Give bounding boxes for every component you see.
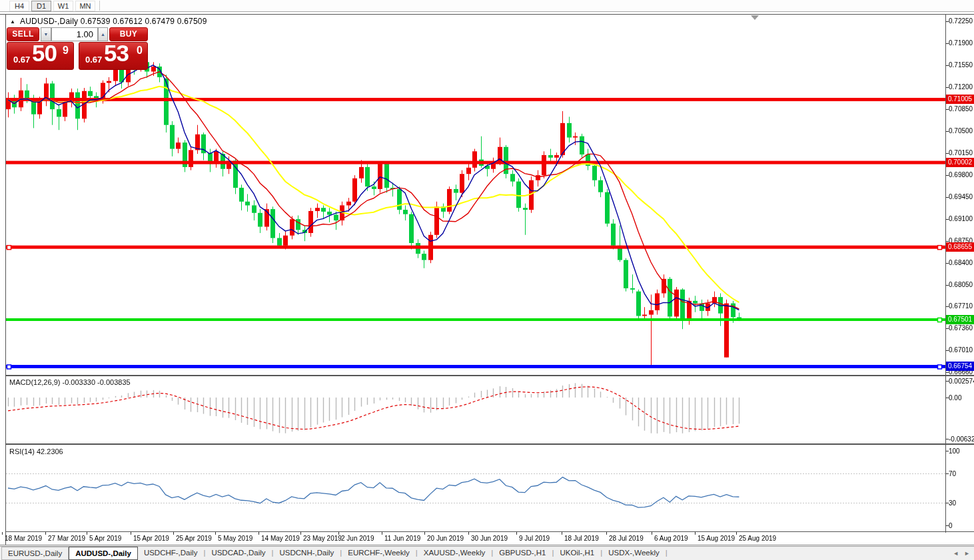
date-axis-label: 23 May 2019 (303, 535, 342, 542)
price-axis-label: 0.67710 (949, 302, 973, 310)
date-axis-label: 5 Apr 2019 (89, 535, 121, 542)
date-axis-label: 15 Aug 2019 (698, 535, 735, 542)
tab-scroll-left-icon[interactable]: ◄ (953, 550, 959, 557)
tab-scroll-right-icon[interactable]: ► (964, 550, 970, 557)
chart-tab-ukoil[interactable]: UKOil-,H1 (554, 547, 601, 560)
price-axis-label: 0.68050 (949, 281, 973, 288)
chart-tab-gbpusd[interactable]: GBPUSD-,H1 (493, 547, 552, 560)
date-axis-label: 25 Apr 2019 (176, 535, 212, 542)
spinner-down-icon: ▼ (44, 32, 49, 37)
price-axis-label: 0.69100 (949, 215, 973, 222)
one-click-collapse-icon[interactable]: ▲ (10, 19, 15, 25)
chart-tab-xauusd[interactable]: XAUUSD-,Weekly (418, 547, 491, 560)
timeframe-toolbar: H4D1W1MN (0, 0, 974, 12)
one-click-trading-widget: SELL ▼ ▲ BUY 0.67 50 9 0.67 53 0 (7, 27, 148, 70)
macd-axis-label: -0.006326 (949, 435, 974, 443)
price-axis-label: 0.71900 (949, 39, 973, 47)
buy-price-box[interactable]: 0.67 53 0 (79, 42, 148, 70)
chart-tab-eurusd[interactable]: EURUSD-,Daily (1, 547, 69, 560)
chart-canvas[interactable] (0, 0, 974, 560)
price-axis-label: 0.70150 (949, 149, 973, 156)
price-line-badge: 0.67501 (946, 315, 974, 324)
date-axis-label: 6 Aug 2019 (654, 535, 688, 542)
date-axis-label: 15 Apr 2019 (133, 535, 169, 542)
price-axis-label: 0.67010 (949, 346, 973, 354)
rsi-axis-label: 0 (949, 522, 953, 529)
macd-axis-label: 0.00 (949, 394, 961, 402)
macd-panel-separator[interactable] (5, 375, 974, 376)
rsi-label: RSI(14) 42.2306 (9, 447, 63, 455)
price-line-badge: 0.66754 (946, 362, 974, 371)
rsi-panel-separator[interactable] (5, 443, 974, 445)
price-line-badge: 0.68655 (946, 242, 974, 252)
price-line-badge: 0.71005 (946, 95, 974, 104)
chart-left-border (5, 14, 6, 545)
price-line-badge: 0.70002 (946, 158, 974, 167)
date-axis-label: 2 Jun 2019 (341, 535, 374, 542)
chart-tab-audusd[interactable]: AUDUSD-,Daily (69, 547, 138, 560)
date-axis-label: 14 May 2019 (261, 535, 300, 542)
chart-top-border (0, 14, 974, 15)
chart-tab-bar: EURUSD-,DailyAUDUSD-,DailyUSDCHF-,Daily|… (0, 546, 974, 560)
spinner-up-icon: ▲ (101, 32, 105, 37)
volume-decrease-button[interactable]: ▼ (41, 27, 51, 41)
rsi-axis-label: 100 (949, 447, 960, 455)
macd-main-value: -0.003330 (62, 378, 95, 386)
chart-symbol-period: AUDUSD-,Daily (20, 17, 78, 26)
window-bottom-border (0, 545, 974, 545)
toolbar-separator (99, 1, 100, 11)
timeframe-button-h4[interactable]: H4 (9, 1, 29, 11)
chart-title: ▲ AUDUSD-,Daily 0.67539 0.67612 0.67479 … (10, 17, 207, 26)
volume-input[interactable] (51, 27, 98, 41)
buy-price-prefix: 0.67 (85, 55, 102, 65)
price-axis-separator (945, 14, 946, 533)
date-axis-label: 18 Jul 2019 (564, 535, 599, 542)
price-axis-label: 0.72250 (949, 17, 973, 25)
chart-tab-eurchf[interactable]: EURCHF-,Weekly (342, 547, 415, 560)
chart-tab-usdcnh[interactable]: USDCNH-,Daily (274, 547, 340, 560)
buy-price-big: 53 (104, 40, 129, 67)
tab-separator: | (666, 547, 668, 560)
chart-shift-icon[interactable] (751, 15, 759, 20)
price-axis-label: 0.71200 (949, 83, 973, 91)
date-axis-label: 5 May 2019 (218, 535, 252, 542)
price-axis-label: 0.67360 (949, 324, 973, 332)
rsi-value: 42.2306 (37, 447, 63, 455)
timeframe-button-d1[interactable]: D1 (31, 1, 51, 11)
price-axis-label: 0.69450 (949, 193, 973, 200)
date-axis-label: 18 Mar 2019 (5, 535, 42, 542)
chart-tab-usdx[interactable]: USDX-,Weekly (602, 547, 665, 560)
sell-price-box[interactable]: 0.67 50 9 (7, 42, 74, 70)
sell-button[interactable]: SELL (7, 27, 39, 41)
buy-button[interactable]: BUY (109, 27, 148, 41)
price-axis-label: 0.70850 (949, 105, 973, 113)
tab-scroll-arrows: ◄► (947, 547, 970, 560)
macd-signal-value: -0.003835 (97, 378, 131, 386)
date-axis-label: 30 Jun 2019 (471, 535, 508, 542)
date-axis-label: 9 Jul 2019 (519, 535, 550, 542)
sell-price-prefix: 0.67 (13, 55, 30, 65)
sell-price-pip: 9 (63, 45, 69, 57)
macd-axis-label: 0.002574 (949, 378, 974, 385)
timeframe-button-mn[interactable]: MN (75, 1, 95, 11)
chart-tab-usdchf[interactable]: USDCHF-,Daily (138, 547, 204, 560)
buy-price-pip: 0 (137, 45, 143, 57)
chart-ohlc-values: 0.67539 0.67612 0.67479 0.67509 (81, 17, 207, 26)
macd-name: MACD(12,26,9) (9, 378, 60, 386)
mt4-terminal-window: H4D1W1MN ▲ AUDUSD-,Daily 0.67539 0.67612… (0, 0, 974, 560)
price-axis-label: 0.71550 (949, 61, 973, 69)
rsi-name: RSI(14) (9, 447, 35, 455)
rsi-axis-label: 70 (949, 470, 956, 477)
rsi-axis-label: 30 (949, 499, 956, 507)
date-axis-label: 20 Jun 2019 (427, 535, 464, 542)
price-axis-label: 0.69800 (949, 171, 973, 178)
sell-price-big: 50 (32, 40, 57, 67)
chart-tab-usdcad[interactable]: USDCAD-,Daily (205, 547, 271, 560)
timeframe-button-w1[interactable]: W1 (53, 1, 73, 11)
date-axis-label: 27 Mar 2019 (48, 535, 85, 542)
price-axis-label: 0.68400 (949, 259, 973, 266)
date-axis-label: 25 Aug 2019 (739, 535, 776, 542)
volume-increase-button[interactable]: ▲ (98, 27, 108, 41)
date-axis-label: 11 Jun 2019 (384, 535, 420, 542)
price-axis-label: 0.70500 (949, 127, 973, 135)
